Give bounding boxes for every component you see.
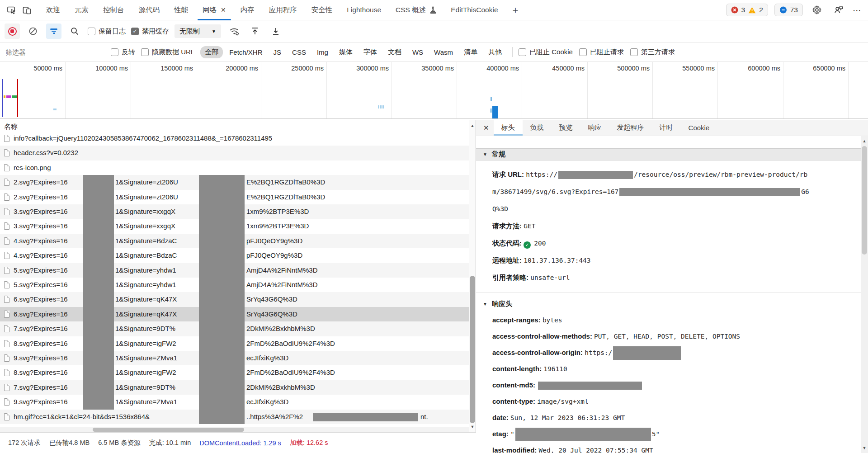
tab-控制台[interactable]: 控制台: [96, 0, 132, 20]
request-name-text: 2DkMI%2BxkhbM%3D: [246, 380, 315, 395]
scroll-up-icon[interactable]: ▲: [469, 123, 476, 128]
filter-pill-字体[interactable]: 字体: [359, 46, 382, 58]
tab-性能[interactable]: 性能: [167, 0, 195, 20]
filter-pill-Img[interactable]: Img: [312, 47, 333, 58]
preserve-log-toggle[interactable]: 保留日志: [88, 27, 126, 36]
export-har-button[interactable]: [268, 24, 283, 39]
response-headers-section-header[interactable]: ▼ 响应头: [476, 293, 861, 310]
file-icon: [4, 413, 9, 420]
filter-pill-JS[interactable]: JS: [269, 47, 286, 58]
hide-data-url-checkbox[interactable]: [141, 48, 149, 56]
filter-pill-WS[interactable]: WS: [408, 47, 428, 58]
file-icon: [4, 164, 9, 171]
disable-cache-toggle[interactable]: ✓ 禁用缓存: [131, 27, 169, 36]
filter-pill-Wasm[interactable]: Wasm: [429, 47, 458, 58]
tab-源代码[interactable]: 源代码: [132, 0, 167, 20]
scroll-up-icon[interactable]: ▲: [861, 139, 868, 143]
feedback-icon[interactable]: [831, 2, 846, 18]
hscrollbar-thumb[interactable]: [93, 428, 244, 432]
clear-button[interactable]: [25, 24, 41, 39]
preserve-log-checkbox[interactable]: [88, 28, 95, 35]
record-button[interactable]: [5, 24, 20, 39]
tab-网络[interactable]: 网络✕: [195, 0, 233, 20]
filter-button[interactable]: [46, 24, 61, 39]
close-tab-icon[interactable]: ✕: [221, 6, 226, 14]
search-button[interactable]: [67, 24, 82, 39]
detail-tab-发起程序[interactable]: 发起程序: [609, 120, 652, 136]
request-row[interactable]: info?callback=jQuery11020243058538674700…: [0, 135, 469, 146]
settings-gear-icon[interactable]: [809, 2, 825, 18]
tab-Lighthouse[interactable]: Lighthouse: [340, 0, 388, 20]
network-overview-timeline[interactable]: 50000 ms100000 ms150000 ms200000 ms25000…: [0, 62, 868, 119]
request-name-text: 1xm9%2BTP3E%3D: [246, 204, 309, 219]
tab-安全性[interactable]: 安全性: [304, 0, 340, 20]
more-tools-button[interactable]: ＋: [505, 4, 526, 16]
filter-pill-清单[interactable]: 清单: [459, 46, 482, 58]
scrollbar-thumb[interactable]: [862, 146, 867, 255]
filter-toggle-第三方请求[interactable]: 第三方请求: [630, 48, 675, 57]
scroll-down-icon[interactable]: ▼: [469, 425, 476, 429]
filter-pill-CSS[interactable]: CSS: [288, 47, 311, 58]
issues-badge[interactable]: 3 2: [726, 4, 768, 16]
import-har-button[interactable]: [247, 24, 263, 39]
throttling-select[interactable]: 无限制 ▼: [175, 24, 221, 38]
request-row[interactable]: res-icon.png: [0, 160, 469, 175]
collapse-icon: ▼: [483, 302, 487, 307]
tab-元素[interactable]: 元素: [67, 0, 96, 20]
request-list-hscrollbar[interactable]: [0, 427, 469, 432]
file-icon: [4, 354, 9, 362]
request-name-text: 2DkMI%2BxkhbM%3D: [246, 321, 315, 336]
scroll-down-icon[interactable]: ▼: [861, 446, 868, 450]
messages-badge[interactable]: 73: [774, 4, 803, 16]
scrollbar-thumb[interactable]: [470, 276, 475, 423]
filter-pill-全部[interactable]: 全部: [200, 46, 223, 58]
detail-tab-Cookie[interactable]: Cookie: [681, 120, 717, 136]
filter-checkbox[interactable]: [630, 48, 638, 56]
name-column-header[interactable]: 名称: [0, 120, 476, 134]
detail-tab-计时[interactable]: 计时: [652, 120, 681, 136]
tab-label: 元素: [75, 5, 89, 15]
filter-checkbox[interactable]: [579, 48, 587, 56]
more-options-icon[interactable]: ⋯: [853, 5, 862, 15]
detail-tab-标头[interactable]: 标头: [494, 120, 523, 136]
tab-label: CSS 概述: [396, 5, 426, 15]
detail-tab-响应[interactable]: 响应: [580, 120, 609, 136]
filter-pill-Fetch/XHR[interactable]: Fetch/XHR: [225, 47, 267, 58]
timeline-bar: [492, 106, 498, 118]
timeline-tick-label: 550000 ms: [647, 65, 715, 72]
detail-tab-预览[interactable]: 预览: [552, 120, 580, 136]
general-fields: 请求 URL: https:///resource/oss/preview/rb…: [476, 160, 861, 288]
detail-tab-负载[interactable]: 负载: [523, 120, 552, 136]
header-field: etag: "5": [492, 426, 852, 442]
filter-checkbox[interactable]: [519, 48, 526, 56]
tab-欢迎[interactable]: 欢迎: [39, 0, 67, 20]
tab-CSS 概述[interactable]: CSS 概述: [388, 0, 443, 20]
filter-pill-其他[interactable]: 其他: [484, 46, 506, 58]
hide-data-url-toggle[interactable]: 隐藏数据 URL: [141, 48, 194, 57]
network-conditions-button[interactable]: [226, 24, 242, 39]
general-section-header[interactable]: ▼ 常规: [476, 148, 861, 160]
tab-内存[interactable]: 内存: [233, 0, 262, 20]
close-detail-icon[interactable]: ✕: [476, 120, 494, 136]
request-row[interactable]: header.css?v=0.0232: [0, 146, 469, 160]
header-field-value: Sun, 12 Mar 2023 06:31:23 GMT: [510, 414, 625, 421]
file-icon: [4, 208, 9, 215]
request-list-scrollbar[interactable]: ▲ ▼: [469, 120, 476, 432]
filter-input[interactable]: [5, 46, 105, 58]
header-field-label: content-md5:: [492, 381, 535, 389]
request-name-text: 1&Signature=ZMva1: [115, 395, 177, 409]
filter-toggle-已阻止请求[interactable]: 已阻止请求: [579, 48, 624, 57]
inspect-element-icon[interactable]: [4, 2, 19, 18]
filter-toggle-已阻止 Cookie[interactable]: 已阻止 Cookie: [519, 48, 573, 57]
response-headers-title: 响应头: [492, 300, 512, 308]
response-header-fields: accept-ranges: bytesaccess-control-allow…: [476, 310, 861, 453]
invert-checkbox[interactable]: [111, 48, 118, 56]
filter-pill-文档[interactable]: 文档: [383, 46, 406, 58]
detail-scrollbar[interactable]: ▲ ▼: [861, 136, 868, 453]
tab-应用程序[interactable]: 应用程序: [262, 0, 304, 20]
tab-EditThisCookie[interactable]: EditThisCookie: [443, 0, 505, 20]
device-toolbar-icon[interactable]: [19, 2, 34, 18]
filter-pill-媒体[interactable]: 媒体: [335, 46, 357, 58]
disable-cache-checkbox[interactable]: ✓: [131, 28, 139, 35]
invert-filter-toggle[interactable]: 反转: [111, 48, 135, 57]
